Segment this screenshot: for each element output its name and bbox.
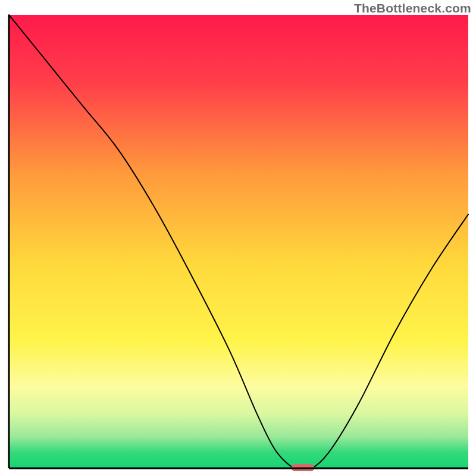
bottleneck-chart [0,0,476,476]
watermark-text: TheBottleneck.com [354,1,471,15]
chart-background [9,15,468,468]
